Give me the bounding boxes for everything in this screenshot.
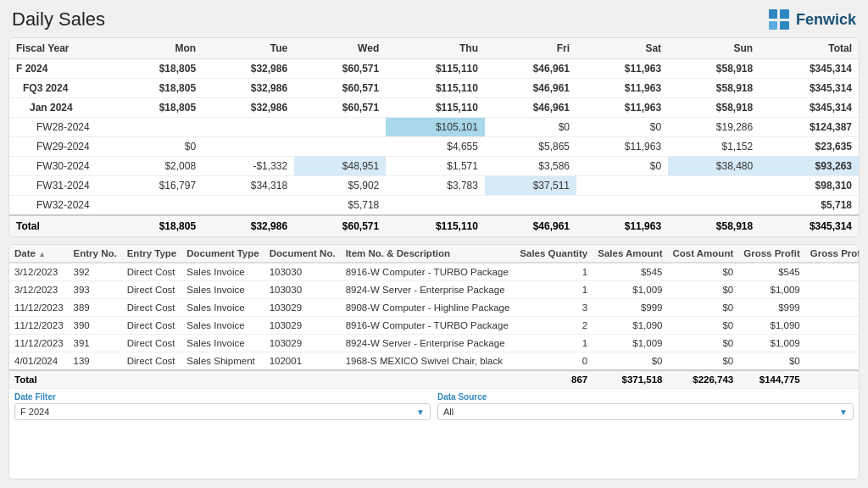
cell-document_no: 103030 <box>264 263 341 281</box>
cell-sun: $1,152 <box>668 137 760 157</box>
bottom-footer-label: Total <box>9 370 69 388</box>
logo-text: Fenwick <box>796 11 856 29</box>
cell-cost_amount: $0 <box>667 281 738 299</box>
cell-sun: $38,480 <box>668 157 760 176</box>
bottom-table-header: Date ▲ Entry No. Entry Type Document Typ… <box>9 245 859 263</box>
col-cost-amount: Cost Amount <box>667 245 738 263</box>
cell-gross_profit: $545 <box>738 263 804 281</box>
cell-sales_qty: 1 <box>515 263 593 281</box>
sort-arrow-date: ▲ <box>38 250 46 258</box>
cell-entry_no: 390 <box>69 317 122 335</box>
bottom-table-wrap[interactable]: Date ▲ Entry No. Entry Type Document Typ… <box>9 245 859 388</box>
cell-total: $98,310 <box>760 176 859 196</box>
cell-item_desc: 8916-W Computer - TURBO Package <box>341 317 515 335</box>
bottom-footer-e1 <box>69 370 122 388</box>
cell-total: $5,718 <box>760 196 859 216</box>
col-tue: Tue <box>203 38 294 59</box>
cell-sun: $58,918 <box>668 59 760 79</box>
cell-sales_amount: $999 <box>593 299 667 317</box>
cell-tue: $32,986 <box>203 98 294 118</box>
cell-gross_profit: $0 <box>738 352 804 371</box>
cell-tue: -$1,332 <box>203 157 294 176</box>
cell-wed <box>294 118 386 137</box>
cell-wed <box>294 137 386 157</box>
data-source-select[interactable]: All ▼ <box>437 403 854 420</box>
cell-fri: $46,961 <box>485 59 576 79</box>
table-row: FW30-2024$2,008-$1,332$48,951$1,571$3,58… <box>9 157 859 176</box>
cell-tue: $34,318 <box>203 176 294 196</box>
bottom-footer-e3 <box>181 370 264 388</box>
cell-sales_amount: $545 <box>593 263 667 281</box>
cell-fri: $0 <box>485 118 576 137</box>
col-item-desc: Item No. & Description <box>341 245 515 263</box>
cell-gp_margin: 100.00% <box>805 317 859 335</box>
cell-item_desc: 8916-W Computer - TURBO Package <box>341 263 515 281</box>
cell-entry_type: Direct Cost <box>122 352 182 371</box>
col-mon: Mon <box>111 38 203 59</box>
date-filter-value: F 2024 <box>20 407 49 417</box>
cell-cost_amount: $0 <box>667 335 738 352</box>
table-row: 11/12/2023390Direct CostSales Invoice103… <box>9 317 859 335</box>
cell-sales_amount: $1,009 <box>593 335 667 352</box>
top-table-card: Fiscal Year Mon Tue Wed Thu Fri Sat Sun … <box>8 37 860 237</box>
col-thu: Thu <box>386 38 485 59</box>
cell-fri: $46,961 <box>485 98 576 118</box>
bottom-footer-qty: 867 <box>515 370 593 388</box>
footer-label: Total <box>9 215 111 236</box>
row-label: FW29-2024 <box>9 137 111 157</box>
data-source-value: All <box>443 407 453 417</box>
bottom-footer-cost: $226,743 <box>667 370 738 388</box>
cell-entry_no: 391 <box>69 335 122 352</box>
bottom-footer-gp: $144,775 <box>738 370 804 388</box>
bottom-table-footer: Total 867 $371,518 $226,743 $144,775 <box>9 370 859 388</box>
cell-cost_amount: $0 <box>667 263 738 281</box>
col-date[interactable]: Date ▲ <box>9 245 69 263</box>
col-document-no: Document No. <box>264 245 341 263</box>
cell-entry_no: 392 <box>69 263 122 281</box>
cell-sales_amount: $1,090 <box>593 317 667 335</box>
cell-sat <box>576 176 668 196</box>
cell-item_desc: 1968-S MEXICO Swivel Chair, black <box>341 352 515 371</box>
col-entry-no: Entry No. <box>69 245 122 263</box>
row-label: FW30-2024 <box>9 157 111 176</box>
date-filter-group: Date Filter F 2024 ▼ <box>14 392 431 420</box>
cell-date: 4/01/2024 <box>9 352 69 371</box>
date-filter-select[interactable]: F 2024 ▼ <box>14 403 431 420</box>
table-row: 3/12/2023392Direct CostSales Invoice1030… <box>9 263 859 281</box>
cell-sat: $0 <box>576 157 668 176</box>
top-table: Fiscal Year Mon Tue Wed Thu Fri Sat Sun … <box>9 38 859 236</box>
filters-bar: Date Filter F 2024 ▼ Data Source All ▼ <box>9 388 859 424</box>
cell-item_desc: 8924-W Server - Enterprise Package <box>341 335 515 352</box>
footer-sun: $58,918 <box>668 215 760 236</box>
row-label: FW31-2024 <box>9 176 111 196</box>
cell-total: $23,635 <box>760 137 859 157</box>
cell-document_type: Sales Invoice <box>181 281 264 299</box>
data-source-chevron: ▼ <box>839 408 848 417</box>
cell-mon <box>111 118 203 137</box>
cell-thu: $115,110 <box>386 59 485 79</box>
table-row: 11/12/2023389Direct CostSales Invoice103… <box>9 299 859 317</box>
col-sun: Sun <box>668 38 760 59</box>
header: Daily Sales Fenwick <box>8 8 860 30</box>
top-table-footer: Total $18,805 $32,986 $60,571 $115,110 $… <box>9 215 859 236</box>
cell-total: $345,314 <box>760 98 859 118</box>
bottom-footer-e2 <box>122 370 182 388</box>
cell-document_type: Sales Invoice <box>181 335 264 352</box>
cell-sun: $58,918 <box>668 79 760 98</box>
logo: Fenwick <box>769 9 856 30</box>
cell-fri <box>485 196 576 216</box>
bottom-card: Date ▲ Entry No. Entry Type Document Typ… <box>8 244 860 480</box>
cell-entry_no: 139 <box>69 352 122 371</box>
cell-tue: $32,986 <box>203 79 294 98</box>
cell-sun <box>668 196 760 216</box>
cell-sun <box>668 176 760 196</box>
table-row: FW32-2024$5,718$5,718 <box>9 196 859 216</box>
cell-document_type: Sales Invoice <box>181 317 264 335</box>
row-label: F 2024 <box>9 59 111 79</box>
cell-entry_type: Direct Cost <box>122 281 182 299</box>
table-row: 11/12/2023391Direct CostSales Invoice103… <box>9 335 859 352</box>
cell-mon: $18,805 <box>111 59 203 79</box>
top-table-header: Fiscal Year Mon Tue Wed Thu Fri Sat Sun … <box>9 38 859 59</box>
bottom-section: Date ▲ Entry No. Entry Type Document Typ… <box>8 244 860 480</box>
footer-sat: $11,963 <box>576 215 668 236</box>
